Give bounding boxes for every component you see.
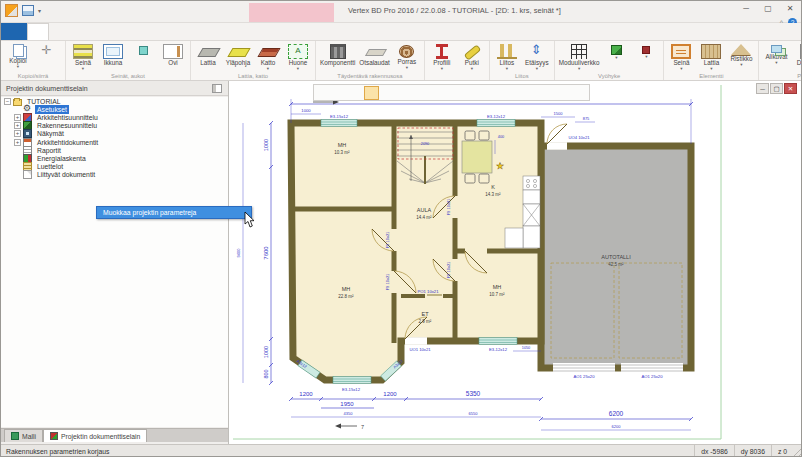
menu-tab[interactable] xyxy=(129,23,149,40)
menu-tab[interactable] xyxy=(109,23,129,40)
ribbon-button[interactable]: Liitos ▾ xyxy=(492,42,522,71)
ribbon-button[interactable]: Ristikko ▾ xyxy=(726,42,756,67)
window-controls: ─ ▢ ✕ xyxy=(735,1,801,17)
zone-plan-icon xyxy=(611,45,622,55)
subpic-icon xyxy=(771,45,782,53)
close-button[interactable]: ✕ xyxy=(779,1,801,17)
ribbon-button[interactable]: Moduuliverkko ▾ xyxy=(557,42,602,71)
ribbon-button[interactable]: Alikuvat ▾ xyxy=(761,42,791,65)
ribbon-button[interactable]: Lattia ▾ xyxy=(193,42,223,67)
distance-icon xyxy=(527,44,547,59)
ribbon-group-label: Täydentävä rakennusosa xyxy=(316,73,424,79)
project-tree: − TUTORIAL Asetukset + Arkkitehtisuunnit… xyxy=(1,97,228,427)
dropdown-arrow-icon: ▾ xyxy=(82,67,84,72)
svg-text:1050: 1050 xyxy=(522,346,530,350)
ribbon-button[interactable]: Ovi ▾ xyxy=(158,42,188,67)
svg-text:AO1 25x20: AO1 25x20 xyxy=(642,374,664,379)
panel-tab[interactable]: Projektin dokumenttiselain xyxy=(43,429,147,442)
title-bar: ▾ Vertex BD Pro 2016 / 22.0.08 - TUTORIA… xyxy=(1,1,802,23)
quick-access-dropdown-icon[interactable]: ▾ xyxy=(38,7,41,14)
fascia-icon xyxy=(365,44,385,59)
tree-expander-icon[interactable]: + xyxy=(14,139,21,146)
tree-expander-icon[interactable]: + xyxy=(14,130,21,137)
menu-tab[interactable] xyxy=(149,23,169,40)
tree-expander-icon[interactable]: − xyxy=(4,98,11,105)
ribbon-button[interactable]: Etäisyys ▾ xyxy=(522,42,552,71)
roof-icon xyxy=(258,44,278,59)
menu-tab[interactable] xyxy=(89,23,109,40)
menu-tab[interactable] xyxy=(69,23,89,40)
ribbon-button[interactable]: Lattia ▾ xyxy=(696,42,726,71)
panel-options-icon[interactable] xyxy=(212,84,222,93)
svg-text:1950: 1950 xyxy=(340,401,354,407)
menu-tab[interactable] xyxy=(27,23,49,40)
doc-minimize-button[interactable]: ─ xyxy=(756,83,769,94)
ribbon-button[interactable]: Seinä ▾ xyxy=(68,42,98,71)
dropdown-arrow-icon: ▾ xyxy=(775,61,777,66)
menu-tab[interactable] xyxy=(1,23,27,40)
ribbon-button[interactable]: Huone ▾ xyxy=(283,42,313,71)
maximize-button[interactable]: ▢ xyxy=(757,1,779,17)
tree-expander-icon[interactable]: + xyxy=(14,122,21,129)
svg-text:1200: 1200 xyxy=(299,391,313,397)
svg-text:5350: 5350 xyxy=(466,390,481,397)
svg-text:1000: 1000 xyxy=(301,108,311,113)
ribbon-button[interactable]: Kopioi ▾ xyxy=(3,42,33,69)
ribbon-button[interactable]: Otsalaudat ▾ xyxy=(357,42,391,67)
ribbon-group-profiles: Profiili ▾ Putki ▾ xyxy=(425,41,490,80)
resize-grip[interactable] xyxy=(793,445,802,457)
ribbon-button[interactable]: Yläpohja ▾ xyxy=(223,42,253,67)
tree-item[interactable]: Liittyvät dokumentit xyxy=(1,171,228,179)
window-icon xyxy=(103,44,123,59)
ribbon-button[interactable]: ▾ xyxy=(631,42,661,60)
main-area: Projektin dokumenttiselain − TUTORIAL As… xyxy=(1,81,802,444)
modulegrid-icon xyxy=(571,44,587,59)
door-icon xyxy=(163,44,183,59)
menu-tab[interactable] xyxy=(49,23,69,40)
ribbon-group-label: Seinät, aukot xyxy=(66,73,190,79)
ribbon-button[interactable]: Porras ▾ xyxy=(392,42,422,70)
tree-expander-icon[interactable]: + xyxy=(14,114,21,121)
ribbon-button[interactable]: ▾ xyxy=(601,42,631,61)
floor-plan[interactable]: ★ MH 10.3 m² xyxy=(229,81,802,444)
svg-text:F9 10x21: F9 10x21 xyxy=(446,198,451,215)
ribbon-button[interactable]: ▾ xyxy=(33,42,63,60)
ribbon-button[interactable]: Seinä ▾ xyxy=(666,42,696,71)
ribbon-button[interactable]: Ikkuna ▾ xyxy=(98,42,128,67)
svg-text:400: 400 xyxy=(498,135,504,139)
ribbon-button[interactable]: ▾ xyxy=(128,42,158,56)
ribbon-button[interactable]: Detaljit ▾ xyxy=(791,42,802,71)
ribbon-button[interactable]: Putki ▾ xyxy=(457,42,487,71)
status-dx: dx -5986 xyxy=(694,445,733,457)
ribbon-button[interactable]: Komponentti ▾ xyxy=(318,42,357,67)
context-menu-item[interactable]: Muokkaa projektin parametreja xyxy=(96,206,252,219)
save-icon[interactable] xyxy=(22,5,34,16)
svg-text:1500: 1500 xyxy=(554,111,564,116)
doc-restore-button[interactable]: ▢ xyxy=(770,83,783,94)
stairs-icon xyxy=(399,45,414,58)
dropdown-arrow-icon: ▾ xyxy=(536,67,538,72)
svg-text:UO1 10x21: UO1 10x21 xyxy=(409,347,431,352)
svg-text:E3-12x12: E3-12x12 xyxy=(489,347,508,352)
ribbon-button[interactable]: Profiili ▾ xyxy=(427,42,457,71)
svg-text:AUTOTALLI: AUTOTALLI xyxy=(601,254,631,260)
doc-close-button[interactable]: ✕ xyxy=(784,83,797,94)
drawing-canvas[interactable]: ─ ▢ ✕ xyxy=(229,81,802,444)
ribbon-group-drawing: Alikuvat ▾ Detaljit ▾ 3D Mallinnus ▾ Pii… xyxy=(759,41,802,80)
svg-text:F9 10x21: F9 10x21 xyxy=(446,261,451,278)
svg-text:6200: 6200 xyxy=(609,410,624,417)
svg-text:E3-15x12: E3-15x12 xyxy=(342,387,361,392)
dropdown-arrow-icon: ▾ xyxy=(506,67,508,72)
ribbon-button[interactable]: Katto ▾ xyxy=(253,42,283,71)
panel-tab[interactable]: Malli xyxy=(4,429,43,442)
ribbon-group-joint: Liitos ▾ Etäisyys ▾ Liitos xyxy=(490,41,555,80)
svg-text:AULA: AULA xyxy=(417,207,432,213)
ribbon-group-label: Liitos xyxy=(490,73,554,79)
ribbon-group-label: Piirtäminen xyxy=(759,73,802,79)
svg-text:MH: MH xyxy=(338,142,347,148)
ribbon-group-floors: Lattia ▾ Yläpohja ▾ Katto ▾ Huone ▾ Latt… xyxy=(191,41,316,80)
minimize-button[interactable]: ─ xyxy=(735,1,757,17)
svg-text:1000: 1000 xyxy=(263,139,269,151)
move-icon xyxy=(42,44,55,59)
dropdown-arrow-icon: ▾ xyxy=(297,67,299,72)
